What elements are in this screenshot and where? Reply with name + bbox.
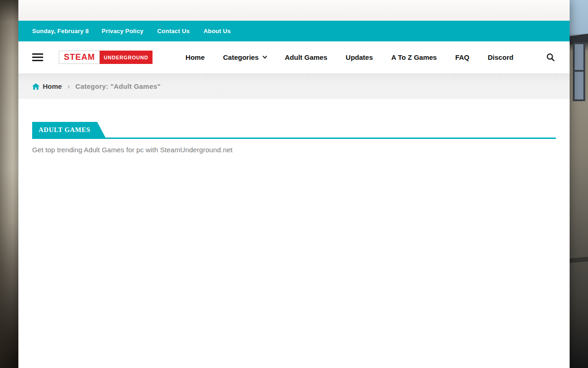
breadcrumb: Home › Category: "Adult Games" — [18, 74, 570, 99]
nav-home-label: Home — [186, 53, 205, 61]
chevron-down-icon — [263, 54, 267, 59]
topbar-link-contact-us[interactable]: Contact Us — [157, 28, 190, 34]
nav-categories[interactable]: Categories — [223, 53, 267, 61]
nav-updates[interactable]: Updates — [346, 53, 373, 61]
menu-icon[interactable] — [32, 52, 43, 63]
topbar-link-about-us[interactable]: About Us — [204, 28, 231, 34]
menu-icon-bar — [32, 53, 43, 55]
site-header: STEAM UNDERGROUND Home Categories Adult … — [18, 41, 570, 74]
main-content: ADULT GAMES Get top trending Adult Games… — [18, 99, 570, 154]
page-container: Sunday, February 8 Privacy Policy Contac… — [18, 0, 570, 368]
breadcrumb-current: Category: "Adult Games" — [75, 82, 161, 90]
background-image-right — [570, 0, 588, 368]
nav-discord[interactable]: Discord — [488, 53, 514, 61]
topbar: Sunday, February 8 Privacy Policy Contac… — [18, 21, 570, 41]
breadcrumb-home-link[interactable]: Home — [32, 82, 62, 90]
nav-home[interactable]: Home — [186, 53, 205, 61]
nav-a-to-z-games-label: A To Z Games — [391, 53, 437, 61]
nav-a-to-z-games[interactable]: A To Z Games — [391, 53, 437, 61]
home-icon — [32, 83, 40, 90]
background-window-shape — [573, 42, 585, 101]
page-top-spacer — [18, 0, 570, 21]
logo-steam-text: STEAM — [59, 51, 100, 64]
background-ledge-shape — [570, 257, 588, 263]
section-title-ribbon: ADULT GAMES — [32, 122, 106, 138]
breadcrumb-separator: › — [68, 82, 70, 91]
site-logo[interactable]: STEAM UNDERGROUND — [59, 51, 153, 64]
section-header: ADULT GAMES — [32, 122, 556, 139]
nav-categories-label: Categories — [223, 53, 259, 61]
nav-discord-label: Discord — [488, 53, 514, 61]
category-description: Get top trending Adult Games for pc with… — [32, 146, 556, 154]
main-nav: Home Categories Adult Games Updates A To… — [186, 53, 514, 61]
search-button[interactable] — [544, 51, 557, 63]
logo-underground-text: UNDERGROUND — [100, 51, 153, 64]
background-image-left — [0, 0, 18, 368]
menu-icon-bar — [32, 57, 43, 58]
topbar-link-privacy-policy[interactable]: Privacy Policy — [102, 28, 143, 34]
background-window-divider — [575, 70, 583, 72]
menu-icon-bar — [32, 60, 43, 61]
nav-adult-games[interactable]: Adult Games — [285, 53, 328, 61]
nav-faq-label: FAQ — [455, 53, 469, 61]
nav-faq[interactable]: FAQ — [455, 53, 469, 61]
section-underline — [32, 138, 556, 139]
date-text: Sunday, February 8 — [32, 28, 89, 34]
nav-adult-games-label: Adult Games — [285, 53, 328, 61]
breadcrumb-home-label: Home — [43, 82, 62, 90]
nav-updates-label: Updates — [346, 53, 373, 61]
search-icon — [546, 53, 555, 62]
